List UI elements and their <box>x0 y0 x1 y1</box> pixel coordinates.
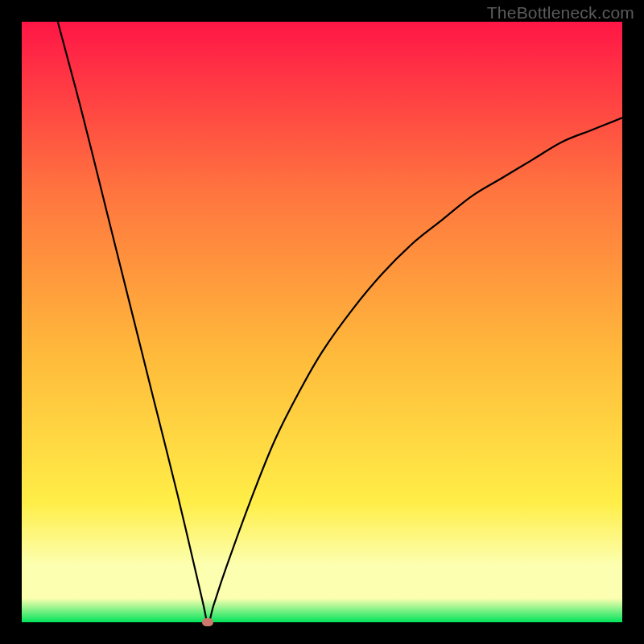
optimal-point-marker <box>202 618 213 626</box>
gradient-background <box>22 22 622 622</box>
watermark-text: TheBottleneck.com <box>487 3 634 23</box>
chart-frame <box>22 22 622 622</box>
bottleneck-chart <box>22 22 622 622</box>
